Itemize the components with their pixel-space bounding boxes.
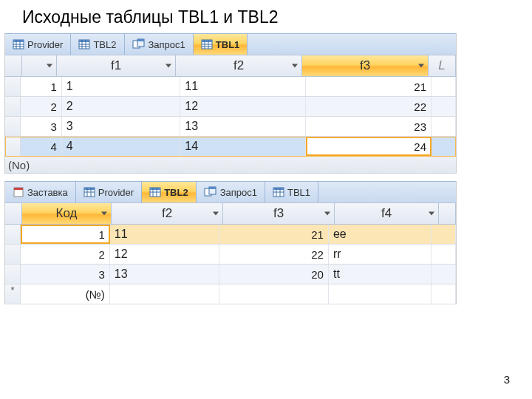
table-row[interactable]: 1 1 11 21 <box>5 77 456 97</box>
svg-rect-14 <box>137 39 144 41</box>
cell-f1[interactable]: 4 <box>62 137 181 156</box>
cell-f1[interactable]: 3 <box>62 117 181 136</box>
cell-f2[interactable] <box>110 284 219 304</box>
col-kod[interactable]: Код <box>22 203 112 224</box>
cell-f3[interactable]: 21 <box>306 77 432 96</box>
col-label: f3 <box>360 58 370 73</box>
table-row[interactable]: 3 13 20 tt <box>5 265 456 284</box>
cell-kod-new[interactable]: (№) <box>21 284 110 304</box>
cell-f2[interactable]: 11 <box>180 77 306 96</box>
no-record-label: (No) <box>5 157 456 174</box>
cell-kod-active[interactable]: 1 <box>21 225 110 244</box>
cell-f4[interactable]: tt <box>329 265 432 284</box>
row-selector[interactable] <box>5 97 21 116</box>
cell-f3-active[interactable]: 24 <box>306 137 432 156</box>
col-f2[interactable]: f2 <box>176 55 302 76</box>
col-f3[interactable]: f3 <box>223 203 335 224</box>
row-selector-new[interactable] <box>5 284 21 304</box>
cell-f3[interactable]: 20 <box>219 265 329 284</box>
col-label: f1 <box>111 58 121 73</box>
cell-f1[interactable]: 2 <box>62 97 181 116</box>
dropdown-icon[interactable] <box>429 212 434 216</box>
cell-f3[interactable]: 23 <box>306 117 432 136</box>
tab-query1[interactable]: Запрос1 <box>197 182 265 202</box>
dropdown-icon[interactable] <box>418 64 424 68</box>
cell-f3[interactable]: 21 <box>219 225 329 244</box>
cell-id[interactable]: 1 <box>21 77 61 96</box>
cell-extra[interactable] <box>432 77 456 96</box>
table-row[interactable]: 2 2 12 22 <box>5 97 456 117</box>
svg-rect-35 <box>209 187 216 189</box>
tab-query1[interactable]: Запрос1 <box>125 34 194 55</box>
col-f1[interactable]: f1 <box>57 55 176 76</box>
cell-f2[interactable]: 13 <box>180 117 306 136</box>
tab-label: TBL2 <box>164 187 188 198</box>
tab-tbl2[interactable]: TBL2 <box>71 34 124 55</box>
cell-f4[interactable] <box>329 284 432 304</box>
select-all-corner[interactable] <box>5 55 22 76</box>
cell-f1[interactable]: 1 <box>62 77 181 96</box>
row-selector[interactable] <box>5 137 21 156</box>
table-row[interactable]: 2 12 22 rr <box>5 245 456 265</box>
tab-label: TBL1 <box>216 39 240 50</box>
table-icon <box>149 186 161 198</box>
row-selector[interactable] <box>5 245 21 264</box>
tab-provider[interactable]: Provider <box>5 34 71 55</box>
select-all-corner[interactable] <box>5 203 22 224</box>
cell-f4[interactable]: rr <box>329 245 432 264</box>
cell-id[interactable]: 3 <box>21 117 61 136</box>
row-selector[interactable] <box>5 265 21 284</box>
tab-tbl2[interactable]: TBL2 <box>142 182 197 202</box>
cell-extra[interactable] <box>432 265 456 284</box>
cell-f3[interactable] <box>219 284 329 304</box>
col-rownum[interactable] <box>22 55 57 76</box>
svg-rect-37 <box>273 188 284 190</box>
tab-provider[interactable]: Provider <box>76 182 142 202</box>
col-label: f2 <box>162 206 172 221</box>
cell-f2[interactable]: 13 <box>110 265 219 284</box>
cell-f2[interactable]: 14 <box>180 137 306 156</box>
cell-f2[interactable]: 12 <box>180 97 306 116</box>
tab-label: Заставка <box>27 187 68 198</box>
cell-f2[interactable]: 12 <box>110 245 219 264</box>
col-label: f4 <box>381 206 392 221</box>
cell-extra[interactable] <box>432 284 456 304</box>
col-f2[interactable]: f2 <box>112 203 223 224</box>
row-selector[interactable] <box>5 225 21 244</box>
row-selector[interactable] <box>5 77 21 96</box>
table-row[interactable]: 3 3 13 23 <box>5 117 456 137</box>
col-f3[interactable]: f3 <box>302 55 429 76</box>
svg-rect-29 <box>150 188 160 190</box>
svg-rect-16 <box>202 40 212 42</box>
cell-f3[interactable]: 22 <box>219 245 329 264</box>
dropdown-icon[interactable] <box>166 64 171 68</box>
cell-f3[interactable]: 22 <box>306 97 432 116</box>
dropdown-icon[interactable] <box>292 64 298 68</box>
dropdown-icon[interactable] <box>324 212 330 216</box>
cell-id[interactable]: 4 <box>21 137 61 156</box>
cell-extra[interactable] <box>432 245 456 264</box>
cell-kod[interactable]: 3 <box>21 265 110 284</box>
row-selector[interactable] <box>5 117 21 136</box>
cell-id[interactable]: 2 <box>21 97 61 116</box>
cell-extra[interactable] <box>432 97 456 116</box>
cell-extra[interactable] <box>432 225 456 244</box>
cell-extra[interactable] <box>432 117 456 136</box>
table-row-selected[interactable]: 1 11 21 ee <box>5 225 456 245</box>
dropdown-icon[interactable] <box>213 212 219 216</box>
tab-tbl1[interactable]: TBL1 <box>194 34 248 55</box>
col-extra[interactable] <box>439 203 456 224</box>
table-row-selected[interactable]: 4 4 14 24 <box>5 137 456 157</box>
cell-f2[interactable]: 11 <box>110 225 219 244</box>
col-f4[interactable]: f4 <box>335 203 439 224</box>
dropdown-icon[interactable] <box>47 64 52 68</box>
tab-zastavka[interactable]: Заставка <box>5 182 76 202</box>
cell-kod[interactable]: 2 <box>21 245 110 264</box>
page-number: 3 <box>504 373 510 386</box>
dropdown-icon[interactable] <box>101 212 107 216</box>
tab-tbl1[interactable]: TBL1 <box>265 182 318 202</box>
cell-f4[interactable]: ee <box>329 225 432 244</box>
new-record-row[interactable]: (№) <box>5 284 456 304</box>
col-extra[interactable]: L <box>429 55 456 76</box>
cell-extra[interactable] <box>432 137 456 156</box>
